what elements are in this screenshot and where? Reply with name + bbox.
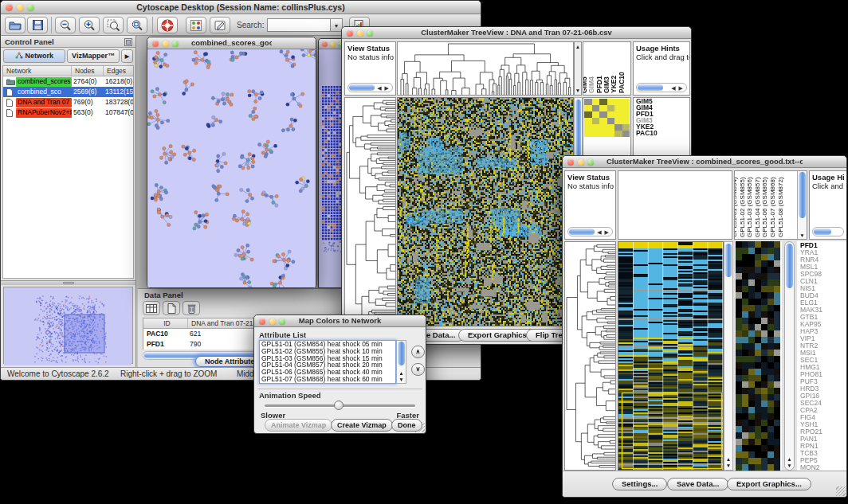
arrow-up-icon[interactable]: ▲	[724, 456, 732, 462]
col-id[interactable]: ID	[143, 318, 188, 328]
arrow-up-icon[interactable]: ▲	[575, 44, 581, 49]
network-table-row[interactable]: RNAPuberNov2+I563(0)107847(0)	[3, 107, 133, 118]
arrow-down-icon[interactable]: ▼	[798, 232, 807, 238]
zoom-window-button[interactable]	[279, 318, 285, 325]
matrix-cell[interactable]	[614, 111, 622, 118]
close-button[interactable]	[322, 41, 328, 47]
matrix-cell[interactable]	[599, 131, 607, 137]
dna-heatmap-canvas[interactable]	[398, 98, 573, 326]
matrix-cell[interactable]	[614, 99, 622, 105]
scroll-arrows-icon[interactable]: ◀ ▶	[377, 84, 390, 92]
zoom-out-button[interactable]	[55, 17, 76, 33]
row-dendrogram-panel[interactable]	[564, 241, 616, 471]
arrow-up-icon[interactable]: ▲	[397, 370, 406, 376]
column-dendrogram-panel[interactable]	[397, 41, 574, 96]
matrix-cell[interactable]	[622, 99, 630, 105]
minimize-button[interactable]	[330, 41, 336, 47]
matrix-cell[interactable]	[599, 118, 607, 124]
attribute-list-vscrollbar[interactable]: ▲ ▼	[396, 340, 406, 384]
zoom-window-button[interactable]	[27, 4, 34, 11]
scroll-thumb[interactable]	[349, 84, 375, 91]
matrix-cell[interactable]	[622, 111, 630, 118]
matrix-cell[interactable]	[607, 105, 615, 111]
vscroll-thumb[interactable]	[575, 100, 581, 157]
annotation-tool-button[interactable]	[210, 17, 230, 33]
matrix-cell[interactable]	[599, 124, 607, 131]
column-dendrogram-panel[interactable]	[618, 170, 732, 240]
matrix-cell[interactable]	[592, 105, 600, 111]
scroll-thumb[interactable]	[638, 84, 663, 91]
scroll-thumb[interactable]	[814, 229, 831, 235]
view-status-scrollbar[interactable]: ◀ ▶	[567, 227, 613, 236]
attribute-list[interactable]: GPL51-01 (GSM854) heat shock 05 minGPL51…	[259, 340, 396, 384]
col-edges[interactable]: Edges	[104, 66, 133, 76]
minimize-button[interactable]	[163, 41, 169, 47]
scroll-thumb[interactable]	[569, 229, 595, 235]
matrix-cell[interactable]	[622, 118, 630, 124]
settings-button[interactable]: Settings...	[612, 478, 667, 490]
move-down-button[interactable]: ∨	[411, 363, 425, 376]
matrix-cell[interactable]	[592, 131, 600, 137]
save-data-button[interactable]: Save Data...	[667, 478, 728, 490]
save-session-button[interactable]	[27, 17, 48, 33]
network-table-row[interactable]: DNA and Tran 07769(0)183728(0)	[3, 97, 133, 107]
scroll-arrows-icon[interactable]: ◀ ▶	[671, 84, 684, 92]
zoom-window-button[interactable]	[172, 41, 179, 47]
matrix-cell[interactable]	[622, 124, 630, 131]
network-overview-panel[interactable]	[3, 287, 133, 364]
tab-network[interactable]: Network	[3, 49, 65, 63]
combined-heatmap-vscrollbar[interactable]: ▲ ▼	[724, 241, 733, 471]
tab-vizmapper[interactable]: VizMapper™	[67, 49, 120, 63]
matrix-cell[interactable]	[607, 118, 615, 124]
vscroll-thumb[interactable]	[398, 342, 405, 365]
matrix-cell[interactable]	[607, 111, 615, 118]
matrix-cell[interactable]	[614, 118, 622, 124]
row-dendrogram-panel[interactable]	[344, 97, 396, 326]
row-dendrogram-canvas[interactable]	[345, 98, 395, 326]
close-button[interactable]	[259, 318, 265, 325]
main-titlebar[interactable]: Cytoscape Desktop (Session Name: collins…	[1, 1, 481, 14]
combined-heatmap-panel[interactable]	[618, 241, 724, 471]
help-button[interactable]	[157, 17, 178, 33]
zoom-heatmap-vscrollbar[interactable]: ▲ ▼	[784, 241, 795, 471]
matrix-cell[interactable]	[599, 99, 607, 105]
vscroll-thumb[interactable]	[725, 244, 732, 277]
usage-hints-scrollbar[interactable]	[812, 227, 844, 236]
arrow-up-icon[interactable]: ▲	[785, 456, 794, 462]
matrix-cell[interactable]	[584, 118, 592, 124]
animation-speed-slider[interactable]	[265, 404, 415, 407]
combined-heatmap-canvas[interactable]	[618, 242, 723, 470]
matrix-cell[interactable]	[607, 99, 615, 105]
delete-attribute-button[interactable]	[183, 301, 200, 315]
close-button[interactable]	[6, 4, 13, 11]
network-view-titlebar[interactable]: combined_scores_good.txt--cluste...	[147, 37, 316, 49]
matrix-cell[interactable]	[622, 131, 630, 137]
vizmap-tool-button[interactable]	[186, 17, 206, 33]
zoom-heatmap-panel[interactable]	[736, 241, 782, 471]
zoom-selected-button[interactable]	[103, 17, 124, 33]
zoom-window-button[interactable]	[367, 30, 373, 37]
done-button[interactable]: Done	[391, 419, 422, 432]
create-vizmap-button[interactable]: Create Vizmap	[331, 419, 393, 432]
zoom-column-labels[interactable]: GPL51-01 (GSM854)GPL51-02 (GSM855)GPL51-…	[735, 171, 796, 239]
column-dendrogram-canvas[interactable]	[398, 42, 573, 95]
scroll-arrows-icon[interactable]: ◀ ▶	[597, 229, 610, 236]
close-button[interactable]	[347, 30, 353, 37]
dialog-titlebar[interactable]: Map Colors to Network	[254, 315, 426, 327]
minimize-button[interactable]	[357, 30, 363, 37]
create-attribute-button[interactable]	[163, 301, 180, 315]
minimize-button[interactable]	[269, 318, 276, 325]
matrix-cell[interactable]	[592, 124, 600, 131]
open-session-button[interactable]	[5, 17, 26, 33]
matrix-cell[interactable]	[592, 111, 600, 118]
treeview-combined-titlebar[interactable]: ClusterMaker TreeView : combined_scores_…	[563, 156, 846, 168]
tree-scroll-strip[interactable]: ▲ ▼	[574, 41, 582, 96]
matrix-cell[interactable]	[599, 105, 607, 111]
slider-thumb[interactable]	[334, 400, 344, 410]
view-status-scrollbar[interactable]: ◀ ▶	[347, 83, 393, 92]
treeview-dna-titlebar[interactable]: ClusterMaker TreeView : DNA and Tran 07-…	[342, 27, 691, 39]
float-panel-icon[interactable]	[124, 38, 132, 46]
matrix-cell[interactable]	[584, 99, 592, 105]
matrix-cell[interactable]	[614, 105, 622, 111]
correlation-matrix[interactable]	[584, 99, 630, 137]
